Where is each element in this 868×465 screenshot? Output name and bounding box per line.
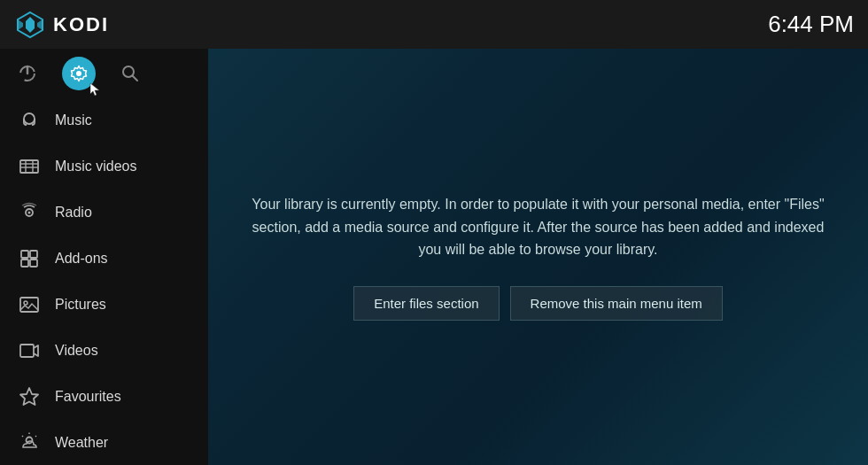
addon-icon [18, 247, 41, 270]
sidebar-item-weather[interactable]: Weather [0, 420, 208, 465]
sidebar-item-videos-label: Videos [55, 343, 98, 359]
svg-marker-1 [26, 17, 35, 33]
svg-rect-19 [30, 251, 37, 258]
svg-rect-11 [20, 160, 38, 173]
svg-line-28 [35, 436, 36, 437]
main-layout: Music Music videos Radio [0, 49, 868, 465]
sidebar-item-radio[interactable]: Radio [0, 190, 208, 236]
sidebar-controls [0, 49, 208, 97]
svg-rect-21 [30, 260, 37, 267]
svg-rect-18 [21, 251, 28, 258]
sidebar-item-pictures-label: Pictures [55, 297, 106, 313]
header: KODI 6:44 PM [0, 0, 868, 49]
svg-rect-20 [21, 260, 28, 267]
radio-icon [18, 201, 41, 224]
search-button[interactable] [120, 64, 140, 83]
music-video-icon [18, 155, 41, 178]
content-area: Your library is currently empty. In orde… [208, 49, 868, 465]
gear-icon [70, 65, 88, 82]
search-icon [120, 64, 140, 83]
star-icon [18, 385, 41, 408]
svg-point-10 [24, 113, 35, 124]
svg-line-29 [22, 436, 23, 437]
svg-marker-2 [18, 19, 23, 30]
cursor-indicator [89, 81, 101, 97]
sidebar-item-weather-label: Weather [55, 435, 108, 451]
settings-button[interactable] [62, 57, 96, 90]
svg-marker-7 [90, 83, 99, 96]
videos-icon [18, 339, 41, 362]
sidebar-item-videos[interactable]: Videos [0, 328, 208, 374]
power-icon [18, 64, 37, 83]
sidebar-item-music-videos-label: Music videos [55, 159, 136, 174]
power-button[interactable] [18, 64, 37, 83]
sidebar: Music Music videos Radio [0, 49, 208, 465]
sidebar-item-addons[interactable]: Add-ons [0, 236, 208, 282]
app-title: KODI [53, 13, 109, 36]
clock: 6:44 PM [768, 11, 854, 38]
sidebar-item-music-label: Music [55, 112, 92, 128]
sidebar-item-radio-label: Radio [55, 205, 92, 221]
weather-icon [18, 431, 41, 454]
enter-files-button[interactable]: Enter files section [353, 286, 499, 321]
sidebar-item-addons-label: Add-ons [55, 251, 108, 267]
sidebar-item-music-videos[interactable]: Music videos [0, 143, 208, 190]
svg-point-23 [24, 301, 27, 305]
empty-library-message: Your library is currently empty. In orde… [244, 193, 833, 261]
action-buttons: Enter files section Remove this main men… [244, 286, 833, 321]
svg-marker-25 [20, 388, 38, 405]
empty-library-box: Your library is currently empty. In orde… [244, 193, 833, 321]
sidebar-item-pictures[interactable]: Pictures [0, 282, 208, 328]
svg-rect-22 [20, 298, 38, 312]
kodi-logo: KODI [14, 9, 109, 41]
sidebar-item-favourites-label: Favourites [55, 389, 121, 405]
svg-line-9 [133, 75, 138, 81]
sidebar-menu: Music Music videos Radio [0, 97, 208, 465]
svg-point-6 [76, 71, 81, 76]
kodi-icon [14, 9, 46, 41]
headphones-icon [18, 109, 41, 132]
pictures-icon [18, 293, 41, 316]
sidebar-item-music[interactable]: Music [0, 97, 208, 143]
svg-marker-3 [37, 19, 43, 30]
svg-point-17 [28, 212, 31, 214]
sidebar-item-favourites[interactable]: Favourites [0, 374, 208, 420]
remove-menu-item-button[interactable]: Remove this main menu item [510, 286, 723, 321]
svg-rect-24 [20, 345, 34, 357]
